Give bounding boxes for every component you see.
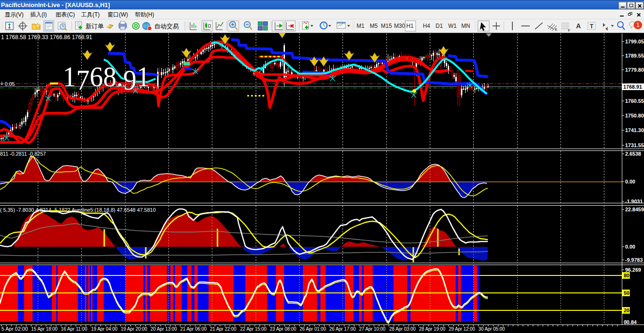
svg-text:1: 1 [636, 22, 640, 28]
svg-text:自动交易: 自动交易 [154, 23, 179, 30]
svg-text:1750.80: 1750.80 [625, 113, 644, 118]
svg-text:0.00: 0.00 [625, 179, 635, 184]
svg-text:M5: M5 [370, 23, 378, 29]
svg-text:16 Apr 11:00: 16 Apr 11:00 [61, 326, 87, 332]
svg-text:30 Apr 05:00: 30 Apr 05:00 [478, 326, 505, 332]
svg-text:新订单: 新订单 [85, 23, 104, 30]
svg-text:19 Apr 20:00: 19 Apr 20:00 [121, 326, 147, 332]
svg-text:M1: M1 [357, 23, 365, 29]
svg-text:T: T [590, 23, 594, 30]
svg-text:21 Apr 22:00: 21 Apr 22:00 [210, 326, 236, 332]
svg-text:-9.9783: -9.9783 [625, 257, 643, 263]
svg-text:M15: M15 [381, 23, 392, 29]
svg-text:29 Apr 12:00: 29 Apr 12:00 [449, 326, 475, 332]
svg-text:22.8459: 22.8459 [625, 207, 644, 212]
svg-text:28 Apr 19:00: 28 Apr 19:00 [419, 326, 445, 332]
svg-text:0.84: 0.84 [627, 319, 637, 325]
svg-text:15 Apr 18:00: 15 Apr 18:00 [31, 326, 58, 332]
svg-text:19 Apr 04:00: 19 Apr 04:00 [91, 326, 117, 332]
svg-text:W1: W1 [448, 23, 457, 29]
svg-text:2.6538: 2.6538 [625, 151, 641, 157]
svg-text:0.05: 0.05 [5, 81, 15, 87]
svg-text:D1: D1 [435, 23, 443, 29]
svg-text:5 Apr 02:00: 5 Apr 02:00 [1, 326, 28, 332]
svg-text:50: 50 [624, 290, 629, 296]
svg-text:1789.55: 1789.55 [625, 53, 644, 58]
svg-text:26 Apr 01:00: 26 Apr 01:00 [300, 326, 326, 332]
svg-text:80: 80 [624, 273, 629, 278]
svg-text:-1.9031: -1.9031 [625, 199, 643, 204]
svg-text:26 Apr 17:00: 26 Apr 17:00 [329, 326, 356, 332]
svg-text:1 1768.58 1769.33 1766.86 1768: 1 1768.58 1769.33 1766.86 1768.91 [1, 34, 92, 41]
svg-text:1731.55: 1731.55 [625, 142, 644, 148]
svg-text:1768.91: 1768.91 [63, 60, 150, 96]
svg-text:28 Apr 03:00: 28 Apr 03:00 [389, 326, 416, 332]
svg-text:1779.80: 1779.80 [625, 67, 644, 73]
svg-text:M30: M30 [394, 23, 405, 29]
svg-text:A: A [576, 22, 581, 30]
svg-text:20: 20 [624, 308, 629, 313]
svg-text:96.269: 96.269 [625, 267, 641, 273]
svg-text:H1: H1 [406, 23, 414, 29]
svg-text:F: F [568, 28, 570, 33]
svg-text:H4: H4 [423, 23, 430, 29]
svg-text:23 Apr 08:00: 23 Apr 08:00 [270, 326, 296, 332]
svg-text:1741.30: 1741.30 [625, 127, 644, 133]
svg-text::: : [625, 318, 627, 324]
svg-text:1760.55: 1760.55 [625, 98, 644, 104]
svg-text:0.00: 0.00 [625, 244, 635, 250]
svg-text:27 Apr 10:00: 27 Apr 10:00 [359, 326, 385, 332]
svg-text:21 Apr 06:00: 21 Apr 06:00 [180, 326, 207, 332]
svg-text:MN: MN [461, 23, 470, 29]
svg-text:1799.05: 1799.05 [625, 39, 644, 44]
svg-text:22 Apr 15:00: 22 Apr 15:00 [240, 326, 267, 332]
svg-text:E: E [555, 27, 557, 32]
svg-text:20 Apr 13:00: 20 Apr 13:00 [151, 326, 177, 332]
svg-text:811 -0.2811 -0.8257: 811 -0.2811 -0.8257 [0, 151, 46, 157]
svg-text:1768.91: 1768.91 [623, 84, 642, 90]
